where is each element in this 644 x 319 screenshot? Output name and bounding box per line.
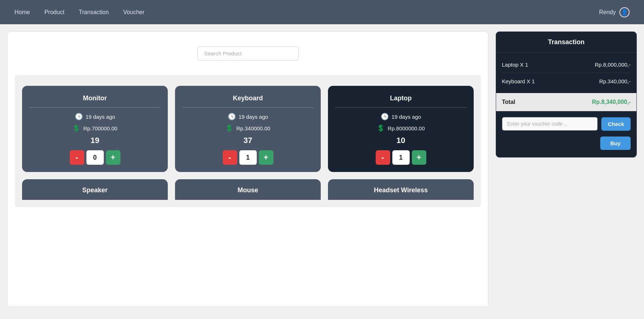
qty-value-laptop: 1 [392,150,410,165]
nav-home[interactable]: Home [14,9,30,16]
transaction-item-keyboard: Keyboard X 1 Rp.340,000,- [502,73,631,89]
transaction-total-row: Total Rp.8,340,000,- [496,93,636,111]
qty-controls-laptop: - 1 + [376,150,426,165]
main-layout: Monitor 🕓 19 days ago 💲 Rp.700000.00 19 … [0,24,644,307]
product-panel: Monitor 🕓 19 days ago 💲 Rp.700000.00 19 … [7,32,489,307]
product-name-keyboard: Keyboard [233,95,263,102]
divider-monitor [29,107,161,108]
minus-button-monitor[interactable]: - [70,150,84,165]
transaction-items: Laptop X 1 Rp.8,000,000,- Keyboard X 1 R… [496,53,636,93]
transaction-item-label-laptop: Laptop X 1 [502,62,528,68]
product-stock-laptop: 10 [396,136,405,145]
qty-value-monitor: 0 [86,150,104,165]
transaction-item-amount-laptop: Rp.8,000,000,- [595,62,631,68]
clock-icon-keyboard: 🕓 [228,113,236,121]
buy-button[interactable]: Buy [600,137,631,150]
buy-section: Buy [496,137,636,157]
navbar-links: Home Product Transaction Voucher [14,9,145,16]
product-price-laptop: 💲 Rp.8000000.00 [377,124,425,132]
plus-button-keyboard[interactable]: + [259,150,273,165]
clock-icon-laptop: 🕓 [381,113,389,121]
total-label: Total [502,99,515,105]
navbar: Home Product Transaction Voucher Rendy 👤 [0,0,644,24]
nav-product[interactable]: Product [44,9,64,16]
product-price-keyboard: 💲 Rp.340000.00 [225,124,270,132]
product-name-speaker: Speaker [82,186,107,194]
search-input[interactable] [197,46,299,60]
product-card-keyboard: Keyboard 🕓 19 days ago 💲 Rp.340000.00 37… [175,86,321,172]
dollar-icon-keyboard: 💲 [225,124,233,132]
product-name-mouse: Mouse [238,186,258,194]
product-name-headset: Headset Wireless [374,186,428,194]
product-stock-monitor: 19 [90,136,99,145]
qty-controls-keyboard: - 1 + [223,150,273,165]
transaction-item-label-keyboard: Keyboard X 1 [502,78,535,84]
product-name-monitor: Monitor [83,95,107,102]
voucher-input[interactable] [502,117,598,131]
clock-icon-monitor: 🕓 [75,113,83,121]
transaction-item-amount-keyboard: Rp.340,000,- [599,78,631,84]
product-date-keyboard: 🕓 19 days ago [228,113,268,121]
product-date-monitor: 🕓 19 days ago [75,113,115,121]
transaction-panel: Transaction Laptop X 1 Rp.8,000,000,- Ke… [496,32,637,158]
divider-keyboard [182,107,314,108]
plus-button-monitor[interactable]: + [106,150,120,165]
navbar-user: Rendy 👤 [599,7,630,17]
minus-button-keyboard[interactable]: - [223,150,237,165]
product-date-laptop: 🕓 19 days ago [381,113,421,121]
plus-button-laptop[interactable]: + [412,150,426,165]
product-name-laptop: Laptop [390,95,412,102]
nav-transaction[interactable]: Transaction [79,9,109,16]
product-grid-section: Monitor 🕓 19 days ago 💲 Rp.700000.00 19 … [15,75,481,207]
product-stock-keyboard: 37 [243,136,252,145]
product-card-monitor: Monitor 🕓 19 days ago 💲 Rp.700000.00 19 … [22,86,168,172]
voucher-section: Check [496,111,636,137]
nav-voucher[interactable]: Voucher [123,9,145,16]
product-card-laptop: Laptop 🕓 19 days ago 💲 Rp.8000000.00 10 … [328,86,474,172]
product-card-speaker: Speaker [22,179,168,200]
transaction-item-laptop: Laptop X 1 Rp.8,000,000,- [502,56,631,73]
transaction-title: Transaction [496,32,636,53]
dollar-icon-laptop: 💲 [377,124,385,132]
product-price-monitor: 💲 Rp.700000.00 [72,124,117,132]
qty-controls-monitor: - 0 + [70,150,120,165]
product-grid-bottom: Speaker Mouse Headset Wireless [22,179,474,200]
product-card-headset: Headset Wireless [328,179,474,200]
product-grid: Monitor 🕓 19 days ago 💲 Rp.700000.00 19 … [22,86,474,172]
divider-laptop [335,107,466,108]
minus-button-laptop[interactable]: - [376,150,390,165]
dollar-icon-monitor: 💲 [72,124,80,132]
check-button[interactable]: Check [601,117,631,131]
username-label: Rendy [599,9,616,16]
search-bar-wrap [15,39,481,68]
qty-value-keyboard: 1 [239,150,257,165]
product-card-mouse: Mouse [175,179,321,200]
total-amount: Rp.8,340,000,- [592,99,631,105]
user-avatar-icon: 👤 [619,7,630,17]
